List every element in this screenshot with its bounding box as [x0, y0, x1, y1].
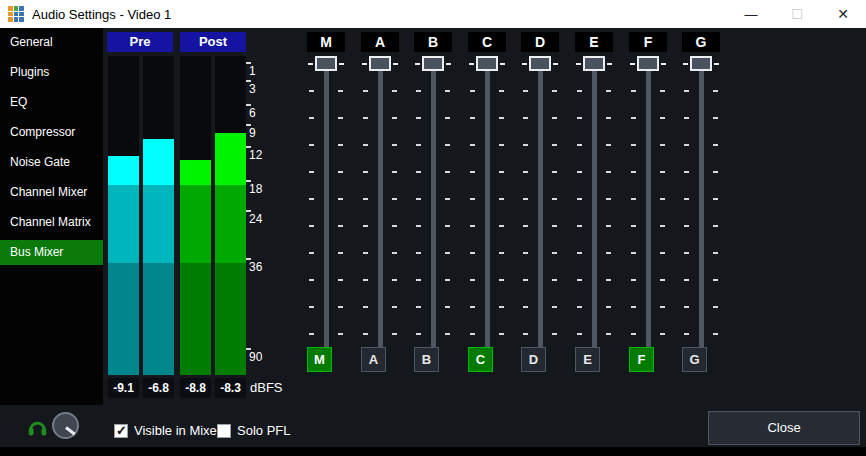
fader-f: F F: [621, 32, 675, 372]
window-title: Audio Settings - Video 1: [32, 7, 171, 22]
sidebar-item-bus-mixer[interactable]: Bus Mixer: [0, 240, 103, 265]
close-button[interactable]: Close: [708, 411, 860, 445]
bus-button-b[interactable]: B: [414, 347, 439, 372]
fader-tick-marks: [684, 90, 689, 335]
fader-handle[interactable]: [422, 56, 444, 71]
sidebar-item-general[interactable]: General: [0, 30, 103, 55]
bus-button-e[interactable]: E: [575, 347, 600, 372]
solo-pfl-checkbox[interactable]: [217, 424, 231, 438]
fader-track[interactable]: [538, 64, 543, 347]
fader-handle[interactable]: [690, 56, 712, 71]
visible-in-mixer-checkbox[interactable]: [114, 424, 128, 438]
sidebar-item-plugins[interactable]: Plugins: [0, 60, 103, 85]
fader-m: M M: [299, 32, 353, 372]
fader-label: G: [682, 32, 720, 52]
window-controls: — ☐ ✕: [728, 0, 866, 28]
fader-tick-marks: [416, 90, 421, 335]
bus-button-a[interactable]: A: [361, 347, 386, 372]
fader-track[interactable]: [378, 64, 383, 347]
meter-scale-tick: 6: [249, 106, 256, 120]
dbfs-unit-label: dBFS: [250, 380, 283, 395]
meter-scale-tick: 18: [249, 182, 262, 196]
fader-tick-marks: [470, 90, 475, 335]
fader-c: C C: [460, 32, 514, 372]
post-meter-2-value: -8.3: [215, 378, 246, 398]
fader-tick-marks: [338, 90, 343, 335]
meter-scale-tick: 36: [249, 260, 262, 274]
headphones-icon: [27, 417, 48, 438]
fader-tick-marks: [552, 90, 557, 335]
fader-handle[interactable]: [583, 56, 605, 71]
fader-handle[interactable]: [369, 56, 391, 71]
solo-pfl-label[interactable]: Solo PFL: [237, 423, 290, 438]
visible-in-mixer-label[interactable]: Visible in Mixer: [134, 423, 221, 438]
minimize-icon[interactable]: —: [728, 0, 774, 28]
fader-a: A A: [353, 32, 407, 372]
pre-meter-1: [108, 56, 139, 375]
meter-scale-tick: 12: [249, 148, 262, 162]
sidebar-item-channel-matrix[interactable]: Channel Matrix: [0, 210, 103, 235]
bus-button-g[interactable]: G: [682, 347, 707, 372]
fader-tick-marks: [499, 90, 504, 335]
fader-handle[interactable]: [476, 56, 498, 71]
fader-label: A: [361, 32, 399, 52]
fader-tick-marks: [309, 90, 314, 335]
fader-tick-marks: [713, 90, 718, 335]
fader-track[interactable]: [431, 64, 436, 347]
fader-tick-marks: [660, 90, 665, 335]
fader-label: B: [414, 32, 452, 52]
fader-e: E E: [567, 32, 621, 372]
window-titlebar: Audio Settings - Video 1 — ☐ ✕: [0, 0, 866, 28]
sidebar-item-eq[interactable]: EQ: [0, 90, 103, 115]
bus-button-f[interactable]: F: [629, 347, 654, 372]
fader-track[interactable]: [324, 64, 329, 347]
fader-d: D D: [513, 32, 567, 372]
pre-meter-2-value: -6.8: [143, 378, 174, 398]
fader-label: D: [521, 32, 559, 52]
monitor-volume-knob[interactable]: [52, 412, 79, 439]
app-icon: [8, 6, 24, 22]
post-meter-1-value: -8.8: [180, 378, 211, 398]
fader-track[interactable]: [699, 64, 704, 347]
bottom-edge: [0, 447, 866, 456]
sidebar-item-channel-mixer[interactable]: Channel Mixer: [0, 180, 103, 205]
fader-tick-marks: [631, 90, 636, 335]
fader-track[interactable]: [646, 64, 651, 347]
meter-scale-tick: 1: [249, 64, 256, 78]
meter-scale-tick: 90: [249, 350, 262, 364]
fader-b: B B: [406, 32, 460, 372]
bus-button-c[interactable]: C: [468, 347, 493, 372]
sidebar-item-noise-gate[interactable]: Noise Gate: [0, 150, 103, 175]
meter-scale-tick: 3: [249, 82, 256, 96]
meter-scale-tick: 24: [249, 212, 262, 226]
pre-meter-2: [143, 56, 174, 375]
fader-label: C: [468, 32, 506, 52]
fader-handle[interactable]: [315, 56, 337, 71]
fader-tick-marks: [445, 90, 450, 335]
settings-sidebar: General Plugins EQ Compressor Noise Gate…: [0, 28, 103, 405]
fader-tick-marks: [523, 90, 528, 335]
bus-button-d[interactable]: D: [521, 347, 546, 372]
fader-label: F: [629, 32, 667, 52]
meter-scale-tick: 9: [249, 126, 256, 140]
fader-handle[interactable]: [529, 56, 551, 71]
fader-track[interactable]: [485, 64, 490, 347]
close-window-icon[interactable]: ✕: [820, 0, 866, 28]
dialog-body: General Plugins EQ Compressor Noise Gate…: [0, 28, 866, 456]
fader-handle[interactable]: [637, 56, 659, 71]
pre-meter-1-value: -9.1: [108, 378, 139, 398]
bus-button-m[interactable]: M: [307, 347, 332, 372]
fader-tick-marks: [606, 90, 611, 335]
fader-label: E: [575, 32, 613, 52]
maximize-icon: ☐: [774, 0, 820, 28]
fader-tick-marks: [577, 90, 582, 335]
post-meter-1: [180, 56, 211, 375]
fader-g: G G: [674, 32, 728, 372]
fader-tick-marks: [392, 90, 397, 335]
fader-track[interactable]: [592, 64, 597, 347]
sidebar-item-compressor[interactable]: Compressor: [0, 120, 103, 145]
audio-settings-window: Audio Settings - Video 1 — ☐ ✕ General P…: [0, 0, 866, 456]
post-meter-2: [215, 56, 246, 375]
pre-meter-header: Pre: [107, 32, 173, 52]
fader-label: M: [307, 32, 345, 52]
